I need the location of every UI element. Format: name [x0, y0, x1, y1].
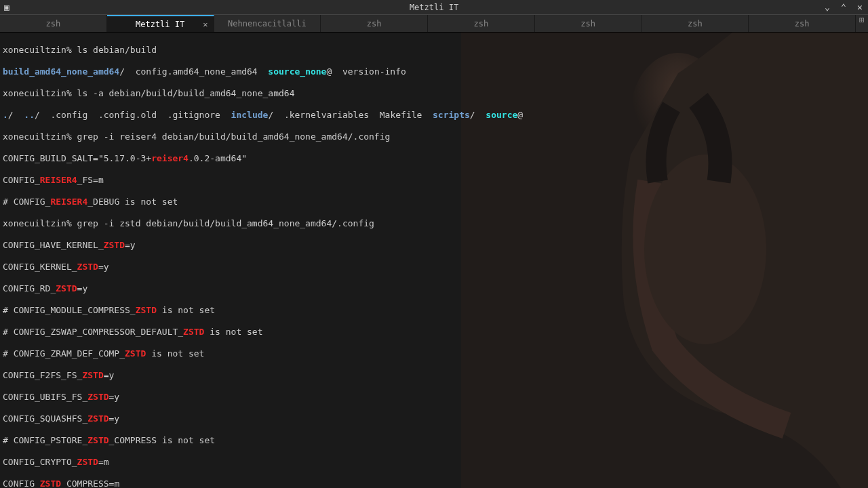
tab-zsh-3[interactable]: zsh [321, 15, 428, 32]
tab-nehnen[interactable]: Nehnencacitlalli [214, 15, 321, 32]
maximize-icon[interactable]: ⌃ [838, 2, 849, 12]
close-icon[interactable]: ✕ [854, 2, 865, 12]
terminal-output[interactable]: xonecuiltzin% ls debian/build build_amd6… [0, 33, 868, 488]
app-icon: ▣ [4, 2, 9, 12]
window-title: Metztli IT [410, 3, 458, 12]
minimize-icon[interactable]: ⌄ [822, 2, 833, 12]
tab-close-icon[interactable]: ✕ [203, 20, 208, 29]
tab-zsh-1[interactable]: zsh [0, 15, 107, 32]
tab-zsh-4[interactable]: zsh [428, 15, 535, 32]
title-bar: ▣ Metztli IT ⌄ ⌃ ✕ [0, 0, 868, 15]
tab-zsh-7[interactable]: zsh [749, 15, 856, 32]
tab-zsh-5[interactable]: zsh [535, 15, 642, 32]
grid-icon[interactable]: ⊞ [856, 15, 868, 32]
tab-metztli[interactable]: Metztli IT✕ [107, 15, 214, 32]
tab-bar: zsh Metztli IT✕ Nehnencacitlalli zsh zsh… [0, 15, 868, 33]
tab-zsh-6[interactable]: zsh [642, 15, 749, 32]
